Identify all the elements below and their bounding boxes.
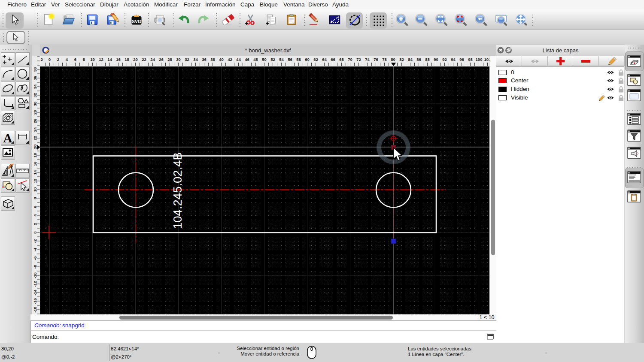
svg-text:50: 50	[262, 57, 267, 62]
svg-text:30: 30	[176, 57, 181, 62]
svg-text:40: 40	[219, 57, 224, 62]
svg-text:32: 32	[33, 93, 37, 98]
svg-text:76: 76	[374, 57, 378, 62]
svg-text:88: 88	[425, 57, 430, 62]
svg-text:92: 92	[442, 57, 447, 62]
svg-text:4: 4	[33, 214, 37, 217]
svg-text:64: 64	[322, 57, 327, 62]
svg-text:80: 80	[391, 57, 395, 62]
svg-text:24: 24	[150, 57, 155, 62]
svg-text:100: 100	[476, 57, 483, 62]
svg-text:2: 2	[57, 57, 59, 62]
svg-text:102: 102	[484, 57, 489, 62]
svg-text:6: 6	[33, 205, 37, 208]
svg-text:96: 96	[459, 57, 464, 62]
svg-text:12: 12	[99, 57, 103, 62]
svg-text:36: 36	[33, 76, 37, 81]
svg-text:98: 98	[468, 57, 473, 62]
svg-text:34: 34	[33, 84, 37, 89]
svg-text:8: 8	[83, 57, 85, 62]
svg-text:10: 10	[90, 57, 95, 62]
svg-text:22: 22	[142, 57, 146, 62]
svg-text:86: 86	[416, 57, 421, 62]
svg-text:10: 10	[33, 187, 37, 192]
svg-text:18: 18	[125, 57, 129, 62]
svg-text:28: 28	[33, 110, 37, 115]
svg-text:84: 84	[408, 57, 413, 62]
svg-text:-10: -10	[33, 272, 37, 278]
svg-text:-2: -2	[40, 57, 43, 62]
svg-text:-6: -6	[33, 256, 37, 260]
svg-text:38: 38	[210, 57, 215, 62]
svg-text:16: 16	[33, 162, 37, 166]
svg-text:60: 60	[305, 57, 310, 62]
svg-text:20: 20	[133, 57, 138, 62]
svg-text:36: 36	[202, 57, 207, 62]
svg-text:16: 16	[116, 57, 121, 62]
svg-text:14: 14	[107, 57, 112, 62]
svg-text:44: 44	[236, 57, 241, 62]
svg-text:90: 90	[434, 57, 438, 62]
svg-text:52: 52	[270, 57, 275, 62]
svg-text:32: 32	[185, 57, 189, 62]
svg-text:94: 94	[451, 57, 456, 62]
svg-text:20: 20	[33, 145, 37, 149]
svg-text:14: 14	[33, 170, 37, 175]
svg-text:82: 82	[399, 57, 404, 62]
svg-text:6: 6	[74, 57, 76, 62]
svg-text:56: 56	[288, 57, 292, 62]
svg-text:42: 42	[228, 57, 232, 62]
svg-text:72: 72	[356, 57, 361, 62]
svg-text:-8: -8	[33, 265, 37, 268]
svg-text:18: 18	[33, 153, 37, 158]
svg-text:-4: -4	[33, 247, 37, 251]
svg-text:-2: -2	[33, 239, 37, 243]
svg-text:46: 46	[245, 57, 249, 62]
svg-text:-14: -14	[33, 289, 37, 295]
svg-text:-18: -18	[33, 307, 37, 313]
svg-text:0: 0	[33, 231, 37, 233]
svg-text:-12: -12	[33, 281, 37, 287]
svg-text:68: 68	[339, 57, 344, 62]
svg-text:28: 28	[167, 57, 172, 62]
svg-text:SVG: SVG	[132, 19, 141, 24]
svg-text:78: 78	[382, 57, 387, 62]
svg-text:54: 54	[279, 57, 284, 62]
svg-text:38: 38	[33, 67, 37, 72]
svg-text:26: 26	[159, 57, 164, 62]
svg-text:8: 8	[33, 197, 37, 199]
svg-text:104.245.02.4B: 104.245.02.4B	[171, 152, 184, 229]
svg-text:26: 26	[33, 119, 37, 124]
svg-text:30: 30	[33, 102, 37, 106]
svg-text:66: 66	[331, 57, 335, 62]
svg-text:12: 12	[33, 179, 37, 184]
svg-text:70: 70	[348, 57, 352, 62]
svg-text:62: 62	[313, 57, 318, 62]
svg-text:34: 34	[193, 57, 198, 62]
svg-text:0: 0	[49, 57, 51, 62]
svg-text:4: 4	[66, 57, 68, 62]
svg-text:2: 2	[33, 223, 37, 225]
svg-text:A: A	[3, 131, 12, 145]
svg-text:22: 22	[33, 136, 37, 141]
svg-text:24: 24	[33, 127, 37, 132]
svg-text:74: 74	[365, 57, 370, 62]
svg-text:58: 58	[296, 57, 301, 62]
svg-text:-16: -16	[33, 298, 37, 304]
svg-text:48: 48	[253, 57, 258, 62]
